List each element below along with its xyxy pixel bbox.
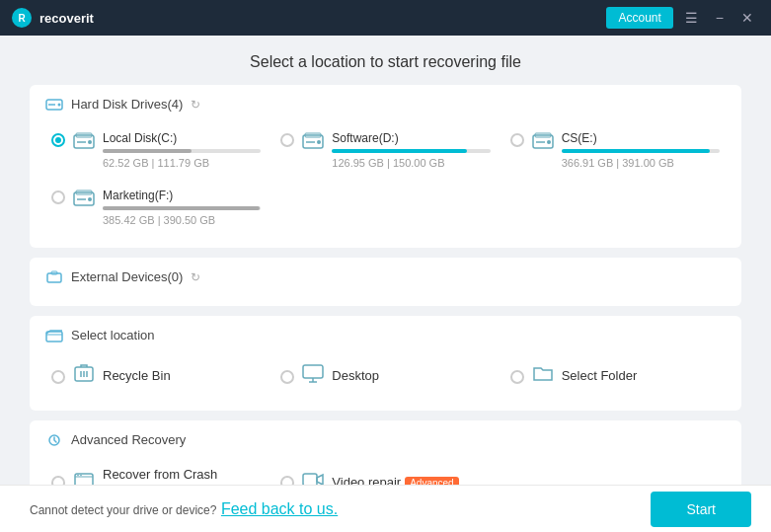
location-item-label: Desktop [332, 368, 379, 383]
hard-disk-label: Hard Disk Drives(4) [71, 97, 183, 112]
feedback-link[interactable]: Feed back to us. [221, 500, 338, 517]
advanced-badge: Advanced [405, 477, 458, 486]
advanced-radio[interactable] [280, 476, 294, 485]
svg-point-17 [88, 197, 92, 201]
disk-name: Marketing(F:) [103, 189, 261, 202]
folder-icon [532, 362, 554, 389]
location-header: Select location [45, 328, 726, 342]
location-radio[interactable] [510, 370, 524, 384]
advanced-header: Advanced Recovery [45, 432, 726, 447]
disk-radio[interactable] [51, 190, 65, 204]
svg-rect-33 [303, 474, 317, 486]
location-section: Select location Recycle Bin Desktop Sele… [30, 316, 741, 411]
advanced-grid: Recover from Crash Computer Video repair… [45, 457, 726, 485]
external-devices-section: External Devices(0) ↻ [30, 258, 741, 306]
disk-bar-bg [103, 206, 261, 210]
location-item-label: Recycle Bin [103, 368, 171, 383]
hard-disk-section: Hard Disk Drives(4) ↻ Local Disk(C:) 62.… [30, 85, 741, 248]
disk-bar-fill [332, 149, 466, 153]
drive-icon [302, 131, 324, 151]
svg-point-5 [88, 140, 92, 144]
page-title: Select a location to start recovering fi… [0, 36, 771, 85]
disk-info: Software(D:) 126.95 GB | 150.00 GB [332, 131, 490, 169]
hard-disk-header: Hard Disk Drives(4) ↻ [45, 97, 726, 112]
disk-grid: Local Disk(C:) 62.52 GB | 111.79 GB Soft… [45, 121, 726, 236]
drive-icon [73, 131, 95, 151]
content-area: Hard Disk Drives(4) ↻ Local Disk(C:) 62.… [0, 85, 771, 485]
advanced-section: Advanced Recovery Recover from Crash Com… [30, 420, 741, 485]
svg-point-32 [80, 474, 82, 476]
location-item[interactable]: Select Folder [504, 356, 726, 395]
footer-message: Cannot detect your drive or device? Feed… [30, 500, 338, 518]
disk-item[interactable]: Software(D:) 126.95 GB | 150.00 GB [274, 125, 496, 175]
disk-radio[interactable] [51, 133, 65, 147]
disk-name: Local Disk(C:) [103, 131, 261, 145]
disk-info: Marketing(F:) 385.42 GB | 390.50 GB [103, 189, 261, 226]
hdd-icon [45, 98, 63, 112]
titlebar: R recoverit Account ☰ − ✕ [0, 0, 771, 36]
advanced-item[interactable]: Video repairAdvanced [274, 461, 496, 485]
crash-icon [73, 469, 95, 486]
svg-point-1 [58, 103, 61, 106]
disk-bar-fill [103, 149, 192, 153]
disk-bar-bg [332, 149, 490, 153]
disk-info: Local Disk(C:) 62.52 GB | 111.79 GB [103, 131, 261, 169]
minimize-button[interactable]: − [710, 9, 730, 27]
svg-point-31 [77, 474, 79, 476]
svg-point-9 [317, 140, 321, 144]
desktop-icon [302, 362, 324, 389]
titlebar-right: Account ☰ − ✕ [606, 7, 759, 29]
external-refresh-icon[interactable]: ↻ [191, 270, 200, 284]
disk-name: CS(E:) [562, 131, 720, 145]
disk-size: 385.42 GB | 390.50 GB [103, 214, 261, 226]
app-title: recoverit [39, 11, 94, 26]
menu-button[interactable]: ☰ [679, 9, 704, 27]
account-button[interactable]: Account [606, 7, 672, 29]
svg-point-13 [547, 140, 551, 144]
disk-size: 126.95 GB | 150.00 GB [332, 157, 490, 169]
advanced-label: Advanced Recovery [71, 432, 186, 447]
advanced-item-label: Recover from Crash Computer [103, 467, 261, 485]
external-devices-label: External Devices(0) [71, 269, 183, 284]
location-radio[interactable] [280, 370, 294, 384]
drive-icon [532, 131, 554, 151]
disk-bar-fill [103, 206, 260, 210]
close-button[interactable]: ✕ [735, 9, 759, 27]
video-icon [302, 469, 324, 486]
disk-bar-bg [103, 149, 261, 153]
location-label: Select location [71, 328, 155, 342]
location-radio[interactable] [51, 370, 65, 384]
start-button[interactable]: Start [651, 492, 751, 527]
footer-text: Cannot detect your drive or device? [30, 503, 216, 517]
disk-item[interactable]: Marketing(F:) 385.42 GB | 390.50 GB [45, 183, 267, 232]
logo-icon: R [12, 8, 32, 28]
main-area: Select a location to start recovering fi… [0, 36, 771, 532]
disk-item[interactable]: CS(E:) 366.91 GB | 391.00 GB [504, 125, 726, 175]
disk-item[interactable]: Local Disk(C:) 62.52 GB | 111.79 GB [45, 125, 267, 175]
location-item-label: Select Folder [562, 368, 638, 383]
location-item[interactable]: Recycle Bin [45, 356, 267, 395]
location-grid: Recycle Bin Desktop Select Folder [45, 352, 726, 399]
recycle-icon [73, 362, 95, 389]
external-devices-header: External Devices(0) ↻ [45, 269, 726, 284]
disk-radio[interactable] [280, 133, 294, 147]
disk-bar-fill [562, 149, 711, 153]
external-icon [45, 270, 63, 284]
disk-radio[interactable] [510, 133, 524, 147]
svg-rect-26 [303, 365, 323, 378]
advanced-item[interactable]: Recover from Crash Computer [45, 461, 267, 485]
disk-name: Software(D:) [332, 131, 490, 145]
refresh-icon[interactable]: ↻ [191, 98, 200, 112]
advanced-radio[interactable] [51, 476, 65, 485]
footer: Cannot detect your drive or device? Feed… [0, 485, 771, 532]
advanced-section-icon [45, 433, 63, 447]
location-item[interactable]: Desktop [274, 356, 496, 395]
disk-size: 62.52 GB | 111.79 GB [103, 157, 261, 169]
location-section-icon [45, 329, 63, 342]
svg-rect-21 [46, 332, 62, 342]
disk-bar-bg [562, 149, 720, 153]
titlebar-left: R recoverit [12, 8, 94, 28]
drive-icon [73, 189, 95, 208]
disk-size: 366.91 GB | 391.00 GB [562, 157, 720, 169]
disk-info: CS(E:) 366.91 GB | 391.00 GB [562, 131, 720, 169]
